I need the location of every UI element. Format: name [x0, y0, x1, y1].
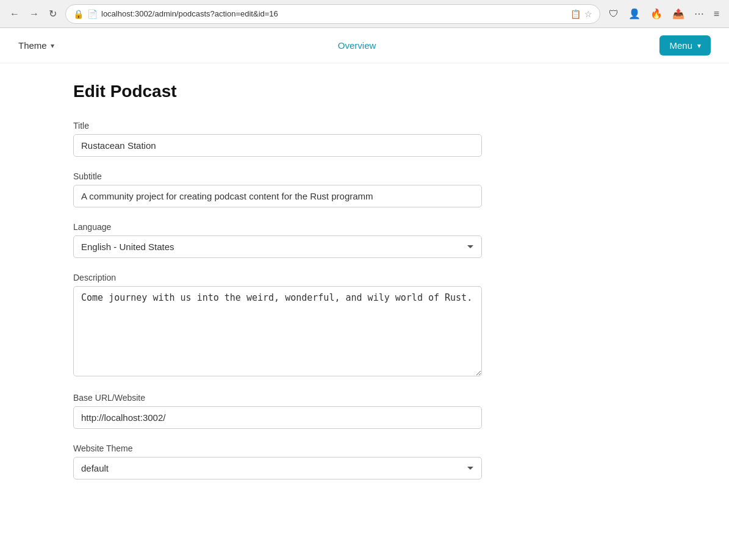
website-theme-select[interactable]: default dark minimal classic [73, 457, 482, 479]
fire-icon[interactable]: 🔥 [647, 5, 666, 22]
description-label: Description [73, 273, 531, 282]
more-tools-icon[interactable]: ⋯ [691, 5, 708, 22]
language-label: Language [73, 222, 531, 232]
base-url-label: Base URL/Website [73, 393, 531, 403]
forward-button[interactable]: → [26, 6, 43, 22]
browser-nav-buttons: ← → ↻ [6, 5, 60, 22]
language-form-group: Language English - United States English… [73, 222, 531, 258]
menu-chevron-icon: ▾ [697, 41, 701, 50]
overview-link[interactable]: Overview [338, 40, 376, 51]
description-textarea[interactable] [73, 286, 482, 376]
website-theme-label: Website Theme [73, 443, 531, 453]
description-form-group: Description [73, 273, 531, 378]
title-label: Title [73, 121, 531, 131]
browser-right-icons: 🛡 👤 🔥 📤 ⋯ ≡ [605, 5, 723, 22]
pocket-icon[interactable]: 🛡 [605, 6, 622, 22]
main-content: Edit Podcast Title Subtitle Language Eng… [0, 63, 549, 531]
page-navbar: Theme ▾ Overview Menu ▾ [0, 28, 729, 63]
theme-label: Theme [18, 40, 47, 51]
theme-dropdown[interactable]: Theme ▾ [18, 40, 54, 51]
title-input[interactable] [73, 134, 482, 157]
security-icon: 🔒 [73, 9, 84, 19]
browser-chrome: ← → ↻ 🔒 📄 localhost:3002/admin/podcasts?… [0, 0, 729, 28]
subtitle-form-group: Subtitle [73, 171, 531, 207]
share-icon[interactable]: 📤 [669, 5, 688, 22]
subtitle-label: Subtitle [73, 171, 531, 181]
menu-button[interactable]: Menu ▾ [659, 35, 711, 56]
base-url-input[interactable] [73, 406, 482, 429]
language-select[interactable]: English - United States English - United… [73, 235, 482, 258]
bookmark-icon[interactable]: 📋 [570, 9, 581, 19]
theme-chevron-icon: ▾ [51, 41, 54, 50]
account-icon[interactable]: 👤 [625, 5, 644, 22]
reload-button[interactable]: ↻ [45, 5, 60, 22]
url-text: localhost:3002/admin/podcasts?action=edi… [101, 9, 567, 18]
open-menu-icon[interactable]: ≡ [710, 6, 723, 22]
title-form-group: Title [73, 121, 531, 157]
menu-label: Menu [669, 40, 692, 51]
website-theme-form-group: Website Theme default dark minimal class… [73, 443, 531, 479]
star-icon[interactable]: ☆ [584, 9, 592, 19]
subtitle-input[interactable] [73, 185, 482, 207]
page-title: Edit Podcast [73, 82, 531, 101]
page-icon: 📄 [87, 9, 98, 19]
base-url-form-group: Base URL/Website [73, 393, 531, 429]
address-bar[interactable]: 🔒 📄 localhost:3002/admin/podcasts?action… [65, 4, 600, 24]
back-button[interactable]: ← [6, 6, 23, 22]
